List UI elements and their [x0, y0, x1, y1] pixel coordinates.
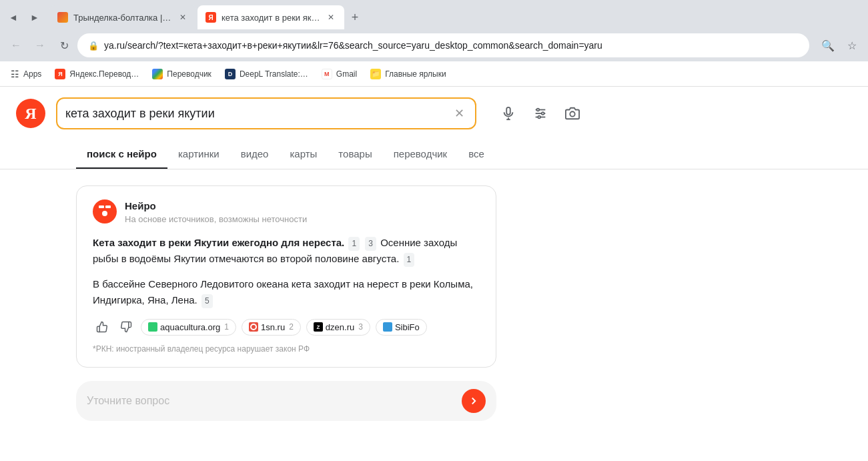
dzen-favicon: Z [314, 322, 323, 332]
source-chip-aquacultura[interactable]: aquacultura.org 1 [141, 319, 236, 336]
ref-badge-1b[interactable]: 1 [404, 253, 415, 267]
clarify-submit-button[interactable] [462, 389, 486, 413]
tab-maps[interactable]: карты [279, 140, 328, 169]
yandex-header: Я ✕ [0, 87, 868, 140]
tab-translate[interactable]: переводчик [383, 140, 458, 169]
search-action-icons [498, 103, 583, 124]
search-address-icon[interactable]: 🔍 [817, 35, 839, 56]
neuro-paragraph-2: В бассейне Северного Ледовитого океана к… [93, 276, 480, 308]
tab1-title: Трынделка-болталка | Стр… [73, 13, 172, 23]
security-icon: 🔒 [88, 41, 99, 51]
apps-grid-icon: ☷ [11, 69, 19, 79]
neuro-grid-icon [99, 205, 111, 217]
clarify-placeholder-text: Уточните вопрос [87, 395, 454, 407]
source-chip-dzen[interactable]: Z dzen.ru 3 [306, 319, 370, 336]
tab-all[interactable]: все [458, 140, 495, 169]
tab-bar-controls: ◄ ► [5, 9, 43, 25]
search-input[interactable] [65, 107, 451, 121]
clarify-box: Уточните вопрос [76, 381, 496, 421]
folder-favicon: 📁 [370, 69, 381, 79]
bookmark-translator-label: Переводчик [167, 69, 211, 79]
svg-point-9 [570, 111, 574, 116]
tab-bar-forward-icon[interactable]: ► [27, 9, 43, 25]
address-bar-row: ← → ↻ 🔒 ya.ru/search/?text=кета+заходит+… [0, 29, 868, 61]
tab-market[interactable]: товары [328, 140, 382, 169]
search-box-wrapper: ✕ [56, 97, 476, 129]
bookmark-yandex-translate[interactable]: Я Яндекс.Перевод… [49, 66, 144, 82]
tab2-title: кета заходит в реки якути… [222, 13, 320, 23]
tab-images[interactable]: картинки [167, 140, 230, 169]
bookmark-yandex-translate-label: Яндекс.Перевод… [69, 69, 139, 79]
neuro-subtitle: На основе источников, возможны неточност… [125, 214, 307, 224]
bookmark-deepl-label: DeepL Translate:… [240, 69, 308, 79]
tab-video[interactable]: видео [230, 140, 280, 169]
sources-row: aquacultura.org 1 1sn.ru 2 Z dzen.ru 3 [93, 318, 480, 336]
microphone-icon[interactable] [498, 103, 519, 124]
svg-point-6 [537, 109, 540, 111]
bookmark-translator[interactable]: Переводчик [147, 66, 217, 82]
neuro-avatar [93, 199, 117, 223]
source-chip-dzen-name: dzen.ru [326, 322, 354, 332]
svg-rect-0 [506, 107, 510, 115]
tab2-close-icon[interactable]: ✕ [326, 12, 336, 23]
svg-point-7 [542, 112, 544, 115]
back-button[interactable]: ← [5, 35, 27, 56]
ref-badge-1[interactable]: 1 [348, 237, 360, 251]
neuro-title: Нейро [125, 199, 307, 213]
translator-favicon [152, 69, 163, 79]
aquacultura-favicon [148, 322, 157, 332]
bookmark-deepl[interactable]: D DeepL Translate:… [220, 66, 314, 82]
neuro-paragraph-1: Кета заходит в реки Якутии ежегодно для … [93, 235, 480, 267]
bookmark-apps-label: Apps [23, 69, 41, 79]
dislike-button[interactable] [117, 318, 135, 336]
neuro-p1-strong: Кета заходит в реки Якутии ежегодно для … [93, 237, 344, 248]
source-chip-dzen-num: 3 [358, 322, 363, 332]
bookmark-star-icon[interactable]: ☆ [841, 35, 863, 56]
source-chip-1sn[interactable]: 1sn.ru 2 [242, 319, 301, 336]
neuro-card: Нейро На основе источников, возможны нет… [76, 185, 496, 368]
source-chip-1sn-num: 2 [289, 322, 294, 332]
bookmark-main-shortcuts-label: Главные ярлыки [385, 69, 446, 79]
browser-chrome: ◄ ► Трынделка-болталка | Стр… ✕ Я кета з… [0, 0, 868, 87]
search-box[interactable]: ✕ [56, 97, 476, 129]
bookmark-main-shortcuts[interactable]: 📁 Главные ярлыки [365, 66, 451, 82]
tab-neuro[interactable]: поиск с нейро [76, 140, 167, 169]
forward-button[interactable]: → [29, 35, 51, 56]
ref-badge-3[interactable]: 3 [365, 237, 376, 251]
new-tab-button[interactable]: + [346, 8, 364, 27]
main-content: Нейро На основе источников, возможны нет… [0, 169, 600, 437]
bookmark-gmail[interactable]: M Gmail [316, 66, 362, 82]
source-chip-1sn-name: 1sn.ru [261, 322, 285, 332]
address-text: ya.ru/search/?text=кета+заходит+в+реки+я… [104, 40, 799, 51]
bookmark-apps[interactable]: ☷ Apps [5, 66, 47, 82]
source-chip-aquacultura-num: 1 [224, 322, 229, 332]
nav-tabs: поиск с нейро картинки видео карты товар… [0, 140, 868, 169]
source-chip-sibi-name: SibiFo [395, 322, 420, 332]
tab-bar-back-icon[interactable]: ◄ [5, 9, 21, 25]
sibi-favicon [383, 322, 392, 332]
1sn-favicon [249, 322, 258, 332]
settings-sliders-icon[interactable] [530, 103, 551, 124]
address-right-buttons: 🔍 ☆ [817, 35, 863, 56]
source-chip-sibi[interactable]: SibiFo [376, 319, 427, 336]
search-clear-icon[interactable]: ✕ [451, 105, 467, 121]
page-content: Я ✕ [0, 87, 868, 454]
camera-search-icon[interactable] [562, 103, 583, 124]
yandex-translate-favicon: Я [55, 69, 65, 79]
gmail-favicon: M [322, 69, 332, 79]
tab1-close-icon[interactable]: ✕ [177, 12, 188, 23]
reload-button[interactable]: ↻ [53, 35, 75, 56]
bookmark-gmail-label: Gmail [336, 69, 357, 79]
address-field[interactable]: 🔒 ya.ru/search/?text=кета+заходит+в+реки… [77, 33, 809, 57]
browser-tab-1[interactable]: Трынделка-болталка | Стр… ✕ [49, 5, 196, 29]
neuro-card-header: Нейро На основе источников, возможны нет… [93, 199, 480, 224]
rkn-notice: *РКН: иностранный владелец ресурса наруш… [93, 344, 480, 354]
source-chip-aquacultura-name: aquacultura.org [160, 322, 220, 332]
like-button[interactable] [93, 318, 111, 336]
ref-badge-5[interactable]: 5 [201, 294, 213, 308]
svg-point-8 [538, 116, 540, 119]
browser-tab-2[interactable]: Я кета заходит в реки якути… ✕ [197, 5, 344, 29]
yandex-logo[interactable]: Я [16, 99, 45, 128]
tab1-favicon [57, 12, 68, 23]
neuro-title-block: Нейро На основе источников, возможны нет… [125, 199, 307, 224]
